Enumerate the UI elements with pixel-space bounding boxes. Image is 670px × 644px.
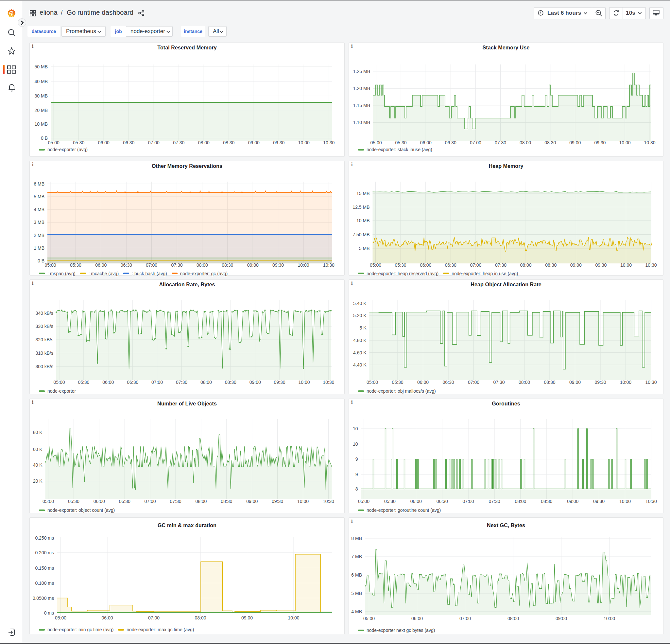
svg-text:09:00: 09:00 <box>569 380 581 385</box>
svg-text:06:30: 06:30 <box>121 262 132 268</box>
svg-text:9: 9 <box>356 472 358 477</box>
svg-text:10:00: 10:00 <box>619 140 630 145</box>
svg-text:10:00: 10:00 <box>604 616 615 621</box>
svg-text:06:30: 06:30 <box>123 140 134 145</box>
svg-text:07:30: 07:30 <box>173 140 185 145</box>
svg-text:09:00: 09:00 <box>567 499 578 504</box>
svg-text:05:30: 05:30 <box>395 140 407 145</box>
svg-text:10:00: 10:00 <box>620 262 632 268</box>
svg-text:05:00: 05:00 <box>358 499 370 504</box>
svg-text:06:30: 06:30 <box>442 380 454 385</box>
svg-text:09:30: 09:30 <box>273 140 284 145</box>
svg-text:08:30: 08:30 <box>221 499 232 504</box>
svg-text:05:00: 05:00 <box>366 380 378 385</box>
svg-text:10:00: 10:00 <box>297 262 309 268</box>
svg-text:07:30: 07:30 <box>171 262 183 268</box>
svg-text:09:30: 09:30 <box>595 262 606 268</box>
svg-text:310 kB/s: 310 kB/s <box>36 351 53 356</box>
svg-text:12.5 MB: 12.5 MB <box>352 205 370 210</box>
svg-text:5.40 K: 5.40 K <box>353 301 366 306</box>
svg-text:08:30: 08:30 <box>545 140 556 145</box>
svg-text:07:00: 07:00 <box>459 616 471 621</box>
svg-text:1.10 MB: 1.10 MB <box>353 120 370 125</box>
svg-text:4 MB: 4 MB <box>34 207 44 212</box>
svg-text:10: 10 <box>353 426 358 431</box>
svg-text:06:30: 06:30 <box>119 499 131 504</box>
svg-text:10 MB: 10 MB <box>357 218 370 223</box>
svg-text:05:30: 05:30 <box>70 262 81 268</box>
svg-text:09:00: 09:00 <box>247 262 259 268</box>
svg-text:05:00: 05:00 <box>363 616 375 621</box>
svg-text:05:30: 05:30 <box>392 380 403 385</box>
svg-text:05:30: 05:30 <box>73 140 84 145</box>
svg-text:09:30: 09:30 <box>272 262 284 268</box>
svg-text:0.250 ms: 0.250 ms <box>35 535 54 541</box>
svg-text:05:00: 05:00 <box>370 262 381 268</box>
svg-text:09:00: 09:00 <box>250 380 261 385</box>
svg-text:5 MB: 5 MB <box>351 591 362 596</box>
svg-text:07:30: 07:30 <box>170 499 181 504</box>
svg-text:10:30: 10:30 <box>644 140 656 145</box>
svg-text:09:00: 09:00 <box>555 616 567 621</box>
svg-text:60 K: 60 K <box>33 447 42 452</box>
svg-text:08:30: 08:30 <box>545 262 557 268</box>
svg-text:08:30: 08:30 <box>541 499 552 504</box>
svg-text:2 MB: 2 MB <box>34 233 44 238</box>
svg-text:06:00: 06:00 <box>102 380 114 385</box>
svg-text:09:30: 09:30 <box>272 499 283 504</box>
svg-text:06:00: 06:00 <box>102 615 113 620</box>
svg-text:5 MB: 5 MB <box>359 246 370 251</box>
svg-text:320 kB/s: 320 kB/s <box>36 337 53 342</box>
svg-text:09:30: 09:30 <box>274 380 285 385</box>
svg-text:330 kB/s: 330 kB/s <box>36 324 53 329</box>
svg-text:05:00: 05:00 <box>44 262 56 268</box>
svg-text:4.40 K: 4.40 K <box>353 362 366 367</box>
svg-text:1.25 MB: 1.25 MB <box>353 69 370 74</box>
svg-text:08:00: 08:00 <box>195 615 206 620</box>
svg-text:06:00: 06:00 <box>98 140 109 145</box>
svg-text:09:00: 09:00 <box>246 499 258 504</box>
svg-text:07:00: 07:00 <box>470 140 481 145</box>
svg-text:07:30: 07:30 <box>493 380 505 385</box>
svg-text:07:00: 07:00 <box>468 380 479 385</box>
svg-text:10: 10 <box>353 442 358 447</box>
svg-text:05:30: 05:30 <box>395 262 406 268</box>
svg-text:08:30: 08:30 <box>225 380 237 385</box>
svg-text:4.60 K: 4.60 K <box>353 350 366 355</box>
svg-text:6 MB: 6 MB <box>351 572 362 578</box>
svg-text:10:30: 10:30 <box>645 262 657 268</box>
svg-text:08:00: 08:00 <box>519 380 530 385</box>
svg-text:05:30: 05:30 <box>384 499 396 504</box>
svg-text:4.80 K: 4.80 K <box>353 338 366 343</box>
svg-text:1.20 MB: 1.20 MB <box>353 86 370 91</box>
svg-text:8: 8 <box>356 486 358 491</box>
svg-text:20 MB: 20 MB <box>35 108 48 113</box>
svg-text:06:00: 06:00 <box>95 262 107 268</box>
svg-text:05:00: 05:00 <box>42 499 54 504</box>
svg-text:06:00: 06:00 <box>94 499 105 504</box>
svg-text:06:30: 06:30 <box>127 380 138 385</box>
svg-text:0.200 ms: 0.200 ms <box>35 550 54 555</box>
svg-text:7 MB: 7 MB <box>351 554 362 559</box>
svg-text:5 MB: 5 MB <box>34 194 44 199</box>
svg-text:10:30: 10:30 <box>323 140 335 145</box>
svg-text:7.50 MB: 7.50 MB <box>352 232 370 237</box>
svg-text:05:00: 05:00 <box>55 615 66 620</box>
svg-text:8 MB: 8 MB <box>351 536 362 541</box>
svg-text:10:30: 10:30 <box>323 380 334 385</box>
svg-text:06:00: 06:00 <box>420 262 431 268</box>
svg-text:0.100 ms: 0.100 ms <box>35 580 54 586</box>
svg-text:06:30: 06:30 <box>445 262 456 268</box>
svg-text:10:30: 10:30 <box>323 499 334 504</box>
svg-text:5.20 K: 5.20 K <box>353 313 366 318</box>
svg-text:07:00: 07:00 <box>463 499 474 504</box>
svg-text:05:00: 05:00 <box>370 140 381 145</box>
svg-text:1.15 MB: 1.15 MB <box>353 103 370 108</box>
svg-text:08:30: 08:30 <box>223 140 234 145</box>
svg-text:6 MB: 6 MB <box>34 181 44 186</box>
svg-text:07:30: 07:30 <box>488 499 500 504</box>
svg-text:07:00: 07:00 <box>151 380 163 385</box>
svg-text:09:30: 09:30 <box>594 140 606 145</box>
svg-text:4 MB: 4 MB <box>351 609 362 614</box>
svg-text:06:00: 06:00 <box>420 140 432 145</box>
